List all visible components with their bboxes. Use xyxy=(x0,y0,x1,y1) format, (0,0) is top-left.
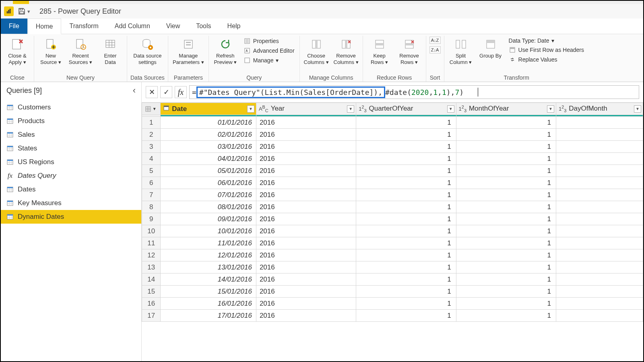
cell-month[interactable]: 1 xyxy=(456,201,556,213)
cell-date[interactable]: 11/01/2016 xyxy=(161,237,256,249)
column-header-date[interactable]: Date▼ xyxy=(161,103,256,115)
cell-month[interactable]: 1 xyxy=(456,153,556,165)
keep-rows-button[interactable]: Keep Rows ▾ xyxy=(366,37,393,67)
tab-view[interactable]: View xyxy=(158,19,188,34)
cell-month[interactable]: 1 xyxy=(456,213,556,225)
cell-quarter[interactable]: 1 xyxy=(356,165,456,177)
cell-year[interactable]: 2016 xyxy=(256,237,356,249)
cell-month[interactable]: 1 xyxy=(456,249,556,261)
save-icon[interactable] xyxy=(18,7,26,15)
cell-date[interactable]: 03/01/2016 xyxy=(161,141,256,153)
cell-month[interactable]: 1 xyxy=(456,189,556,201)
cell-day[interactable] xyxy=(556,201,643,213)
filter-dropdown-icon[interactable]: ▼ xyxy=(547,105,554,113)
query-item-products[interactable]: Products xyxy=(1,114,141,128)
manage-parameters-button[interactable]: Manage Parameters ▾ xyxy=(171,37,205,67)
cell-year[interactable]: 2016 xyxy=(256,286,356,298)
cell-month[interactable]: 1 xyxy=(456,298,556,310)
cell-day[interactable] xyxy=(556,249,643,261)
new-source-button[interactable]: New Source ▾ xyxy=(37,37,64,67)
manage-button[interactable]: Manage ▾ xyxy=(242,56,296,65)
table-row[interactable]: 808/01/2016201611 xyxy=(142,201,643,213)
cell-year[interactable]: 2016 xyxy=(256,201,356,213)
table-row[interactable]: 1717/01/2016201611 xyxy=(142,310,643,322)
query-item-sales[interactable]: Sales xyxy=(1,128,141,142)
cell-day[interactable] xyxy=(556,274,643,286)
cell-day[interactable] xyxy=(556,189,643,201)
cell-day[interactable] xyxy=(556,165,643,177)
table-row[interactable]: 707/01/2016201611 xyxy=(142,189,643,201)
choose-columns-button[interactable]: Choose Columns ▾ xyxy=(303,37,330,67)
cell-quarter[interactable]: 1 xyxy=(356,225,456,237)
cell-date[interactable]: 07/01/2016 xyxy=(161,189,256,201)
cell-day[interactable] xyxy=(556,310,643,322)
cell-day[interactable] xyxy=(556,129,643,141)
cell-month[interactable]: 1 xyxy=(456,310,556,322)
cell-quarter[interactable]: 1 xyxy=(356,213,456,225)
collapse-panel-icon[interactable]: ‹ xyxy=(133,85,136,96)
cell-day[interactable] xyxy=(556,213,643,225)
cell-quarter[interactable]: 1 xyxy=(356,274,456,286)
cell-month[interactable]: 1 xyxy=(456,165,556,177)
query-item-states[interactable]: States xyxy=(1,142,141,155)
filter-dropdown-icon[interactable]: ▼ xyxy=(347,105,354,113)
column-header-dayofmonth[interactable]: 123DayOfMonth▼ xyxy=(556,103,643,115)
cell-quarter[interactable]: 1 xyxy=(356,189,456,201)
cell-day[interactable] xyxy=(556,261,643,274)
cell-date[interactable]: 08/01/2016 xyxy=(161,201,256,213)
cell-day[interactable] xyxy=(556,141,643,153)
fx-button[interactable]: fx xyxy=(175,86,187,98)
formula-input[interactable]: = #"Dates Query"(List.Min(Sales[OrderDat… xyxy=(189,85,639,99)
cell-quarter[interactable]: 1 xyxy=(356,201,456,213)
table-row[interactable]: 1010/01/2016201611 xyxy=(142,225,643,237)
cell-day[interactable] xyxy=(556,237,643,249)
cell-quarter[interactable]: 1 xyxy=(356,141,456,153)
table-row[interactable]: 1212/01/2016201611 xyxy=(142,249,643,261)
tab-help[interactable]: Help xyxy=(219,19,249,34)
group-by-button[interactable]: Group By xyxy=(477,37,504,67)
query-item-dates-query[interactable]: fxDates Query xyxy=(1,169,141,183)
cell-day[interactable] xyxy=(556,225,643,237)
cell-date[interactable]: 16/01/2016 xyxy=(161,298,256,310)
tab-file[interactable]: File xyxy=(1,19,27,34)
sort-desc-button[interactable]: Z↓A xyxy=(429,46,441,53)
cell-quarter[interactable]: 1 xyxy=(356,153,456,165)
cell-date[interactable]: 06/01/2016 xyxy=(161,177,256,189)
cell-date[interactable]: 02/01/2016 xyxy=(161,129,256,141)
table-row[interactable]: 1111/01/2016201611 xyxy=(142,237,643,249)
table-row[interactable]: 1414/01/2016201611 xyxy=(142,274,643,286)
split-column-button[interactable]: Split Column ▾ xyxy=(448,37,474,67)
tab-tools[interactable]: Tools xyxy=(188,19,219,34)
query-item-us-regions[interactable]: US Regions xyxy=(1,155,141,169)
table-row[interactable]: 505/01/2016201611 xyxy=(142,165,643,177)
table-row[interactable]: 202/01/2016201611 xyxy=(142,129,643,141)
cell-day[interactable] xyxy=(556,177,643,189)
replace-values-button[interactable]: Replace Values xyxy=(507,55,586,64)
cell-year[interactable]: 2016 xyxy=(256,141,356,153)
filter-dropdown-icon[interactable]: ▼ xyxy=(634,105,641,113)
cell-quarter[interactable]: 1 xyxy=(356,298,456,310)
advanced-editor-button[interactable]: Advanced Editor xyxy=(242,46,296,55)
cell-month[interactable]: 1 xyxy=(456,274,556,286)
recent-sources-button[interactable]: Recent Sources ▾ xyxy=(67,37,94,67)
cell-month[interactable]: 1 xyxy=(456,225,556,237)
cell-year[interactable]: 2016 xyxy=(256,213,356,225)
cell-date[interactable]: 14/01/2016 xyxy=(161,274,256,286)
column-header-monthofyear[interactable]: 123MonthOfYear▼ xyxy=(456,103,556,115)
cell-date[interactable]: 09/01/2016 xyxy=(161,213,256,225)
tab-home[interactable]: Home xyxy=(27,19,62,34)
filter-dropdown-icon[interactable]: ▼ xyxy=(247,105,254,113)
table-row[interactable]: 909/01/2016201611 xyxy=(142,213,643,225)
use-first-row-button[interactable]: Use First Row as Headers xyxy=(507,45,586,54)
cell-date[interactable]: 12/01/2016 xyxy=(161,249,256,261)
tab-add-column[interactable]: Add Column xyxy=(107,19,158,34)
cell-date[interactable]: 13/01/2016 xyxy=(161,261,256,274)
cell-date[interactable]: 04/01/2016 xyxy=(161,153,256,165)
cell-day[interactable] xyxy=(556,117,643,129)
cell-year[interactable]: 2016 xyxy=(256,298,356,310)
cell-year[interactable]: 2016 xyxy=(256,129,356,141)
cell-day[interactable] xyxy=(556,153,643,165)
cell-month[interactable]: 1 xyxy=(456,237,556,249)
query-item-dates[interactable]: Dates xyxy=(1,183,141,196)
cell-year[interactable]: 2016 xyxy=(256,249,356,261)
